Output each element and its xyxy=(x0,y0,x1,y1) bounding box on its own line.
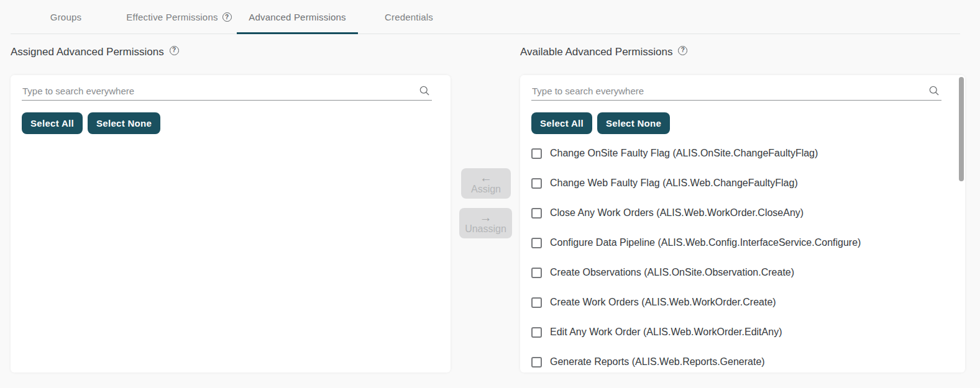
question-circle-icon[interactable]: ? xyxy=(222,12,232,22)
assigned-select-none-button[interactable]: Select None xyxy=(88,112,160,134)
permission-row[interactable]: Change Web Faulty Flag (ALIS.Web.ChangeF… xyxy=(520,168,965,198)
permission-checkbox[interactable] xyxy=(531,357,542,368)
available-select-none-button[interactable]: Select None xyxy=(597,112,670,134)
permission-label: Configure Data Pipeline (ALIS.Web.Config… xyxy=(550,237,861,248)
tab-effective-permissions[interactable]: Effective Permissions ? xyxy=(121,0,237,34)
tab-credentials[interactable]: Credentials xyxy=(358,0,460,34)
available-permission-list: Change OnSite Faulty Flag (ALIS.OnSite.C… xyxy=(520,138,965,372)
permission-label: Change OnSite Faulty Flag (ALIS.OnSite.C… xyxy=(550,148,818,159)
assigned-search-row xyxy=(22,81,432,101)
assign-button-label: Assign xyxy=(471,184,501,195)
tab-groups[interactable]: Groups xyxy=(11,0,121,34)
assigned-search-input[interactable] xyxy=(22,81,432,100)
permission-label: Generate Reports (ALIS.Web.Reports.Gener… xyxy=(550,356,765,368)
available-search-input[interactable] xyxy=(531,81,941,100)
question-circle-icon[interactable]: ? xyxy=(678,46,687,55)
assign-button[interactable]: ← Assign xyxy=(461,168,511,199)
permission-row[interactable]: Configure Data Pipeline (ALIS.Web.Config… xyxy=(520,228,965,258)
assigned-panel-title: Assigned Advanced Permissions xyxy=(11,46,164,58)
permission-checkbox[interactable] xyxy=(531,327,542,338)
tab-bar: Groups Effective Permissions ? Advanced … xyxy=(11,0,960,34)
permission-label: Create Observations (ALIS.OnSite.Observa… xyxy=(550,267,794,278)
available-panel-title: Available Advanced Permissions xyxy=(520,46,672,58)
permission-checkbox[interactable] xyxy=(531,208,542,219)
available-list-scrollbar[interactable] xyxy=(959,77,964,181)
permission-label: Create Work Orders (ALIS.Web.WorkOrder.C… xyxy=(550,297,776,308)
available-panel-header: Available Advanced Permissions ? xyxy=(520,45,687,60)
arrow-right-icon: → xyxy=(480,212,492,223)
assigned-permissions-panel: Select All Select None xyxy=(11,75,451,372)
permission-label: Change Web Faulty Flag (ALIS.Web.ChangeF… xyxy=(550,178,798,189)
permission-label: Edit Any Work Order (ALIS.Web.WorkOrder.… xyxy=(550,327,782,338)
assigned-panel-header: Assigned Advanced Permissions ? xyxy=(11,45,179,60)
permission-row[interactable]: Edit Any Work Order (ALIS.Web.WorkOrder.… xyxy=(520,317,965,347)
permission-row[interactable]: Create Observations (ALIS.OnSite.Observa… xyxy=(520,258,965,287)
permission-row[interactable]: Close Any Work Orders (ALIS.Web.WorkOrde… xyxy=(520,198,965,228)
available-permissions-panel: Select All Select None Change OnSite Fau… xyxy=(520,75,965,372)
permission-checkbox[interactable] xyxy=(531,238,542,248)
permission-checkbox[interactable] xyxy=(531,178,542,189)
arrow-left-icon: ← xyxy=(480,172,492,183)
permission-label: Close Any Work Orders (ALIS.Web.WorkOrde… xyxy=(550,207,804,219)
available-search-row xyxy=(531,81,941,101)
permission-row[interactable]: Generate Reports (ALIS.Web.Reports.Gener… xyxy=(520,347,965,372)
tab-advanced-permissions-label: Advanced Permissions xyxy=(249,12,346,22)
search-icon xyxy=(928,84,940,97)
question-circle-icon[interactable]: ? xyxy=(170,46,179,55)
available-select-buttons: Select All Select None xyxy=(531,112,965,134)
permission-checkbox[interactable] xyxy=(531,297,542,308)
unassign-button-label: Unassign xyxy=(465,223,506,235)
permission-row[interactable]: Change OnSite Faulty Flag (ALIS.OnSite.C… xyxy=(520,138,965,168)
assigned-select-all-button[interactable]: Select All xyxy=(22,112,83,134)
available-select-all-button[interactable]: Select All xyxy=(531,112,592,134)
tab-groups-label: Groups xyxy=(50,12,81,22)
tab-effective-permissions-label: Effective Permissions xyxy=(126,12,218,22)
permission-row[interactable]: Create Work Orders (ALIS.Web.WorkOrder.C… xyxy=(520,287,965,317)
assigned-select-buttons: Select All Select None xyxy=(22,112,451,134)
search-icon xyxy=(418,84,431,97)
unassign-button[interactable]: → Unassign xyxy=(459,208,512,238)
permission-checkbox[interactable] xyxy=(531,148,542,159)
tab-credentials-label: Credentials xyxy=(385,12,433,22)
tab-advanced-permissions[interactable]: Advanced Permissions xyxy=(237,0,358,34)
permission-checkbox[interactable] xyxy=(531,268,542,278)
